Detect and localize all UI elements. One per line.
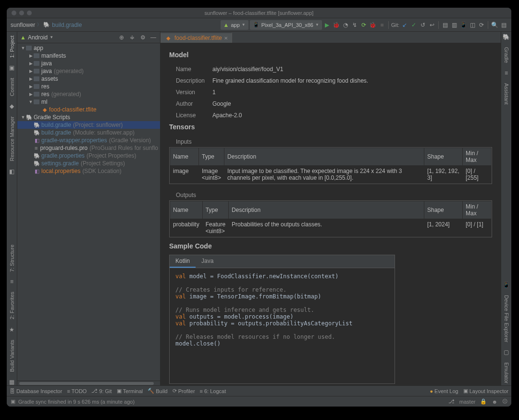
git-branch[interactable]: master (459, 399, 476, 405)
sdk-manager-button[interactable]: ▥ (450, 21, 458, 29)
bottom-tab-git[interactable]: ⎇9: Git (91, 388, 111, 394)
face-neutral-icon[interactable]: ☻ (492, 399, 497, 405)
assistant-icon[interactable]: ≡ (505, 70, 508, 76)
rail-tab-assistant[interactable]: Assistant (503, 81, 510, 107)
run-config-selector[interactable]: ▲ app ▼ (221, 20, 248, 30)
local-icon: ◧ (34, 137, 40, 144)
structure-icon[interactable]: ≡ (10, 278, 13, 285)
tree-node[interactable]: ◧local.properties(SDK Location) (17, 167, 160, 175)
bottom-tab-build[interactable]: 🔨Build (148, 388, 167, 394)
tree-node[interactable]: ◧gradle-wrapper.properties(Gradle Versio… (17, 136, 160, 144)
editor-tab-food-classifier[interactable]: ◆ food-classifier.tflite ✕ (161, 32, 232, 43)
bottom-tab-database-inspector[interactable]: 🗄Database Inspector (10, 388, 62, 394)
panel-settings-icon[interactable]: ⚙ (139, 34, 147, 41)
tree-node[interactable]: 🐘build.gradle(Module: sunflower.app) (17, 129, 160, 136)
emulator-icon[interactable]: ▢ (504, 349, 509, 356)
commit-icon[interactable]: ◆ (10, 103, 14, 110)
close-tab-icon[interactable]: ✕ (224, 36, 228, 41)
twistie-icon[interactable]: ▶ (28, 53, 34, 58)
resource-icon[interactable]: ◧ (9, 168, 14, 175)
device-explorer-icon[interactable]: 📱 (503, 282, 510, 288)
stop-button[interactable]: ■ (378, 21, 386, 29)
avd-manager-button[interactable]: ▤ (441, 21, 449, 29)
twistie-icon[interactable]: ▶ (28, 76, 34, 81)
git-history-button[interactable]: ↺ (419, 21, 427, 29)
twistie-icon[interactable]: ▶ (28, 84, 34, 89)
rail-tab-gradle[interactable]: Gradle (503, 45, 510, 65)
coverage-button[interactable]: ◔ (342, 21, 349, 29)
tree-node[interactable]: ▼ml (17, 98, 160, 106)
twistie-icon[interactable]: ▶ (28, 69, 34, 74)
minimize-icon[interactable] (19, 11, 24, 15)
twistie-icon[interactable]: ▶ (28, 61, 34, 66)
bottom-tab-profiler[interactable]: ⟳Profiler (173, 388, 195, 394)
face-sad-icon[interactable]: ☹ (502, 398, 507, 405)
search-button[interactable]: 🔍 (491, 21, 498, 29)
sync-button[interactable]: ⟳ (478, 21, 485, 29)
tree-node[interactable]: ▶manifests (17, 52, 160, 60)
rail-tab-resource[interactable]: Resource Manager (8, 114, 16, 163)
breadcrumb-file[interactable]: build.gradle (52, 22, 82, 28)
rail-tab-emulator[interactable]: Emulator (503, 360, 510, 385)
device-selector[interactable]: 📱 Pixel_3a_API_30_x86 ▼ (250, 20, 322, 30)
scrollbar-thumb[interactable] (19, 382, 154, 385)
twistie-icon[interactable]: ▼ (28, 99, 34, 104)
panel-hide-icon[interactable]: — (149, 34, 157, 41)
bottom-tab-layout-inspector[interactable]: ▣Layout Inspector (463, 388, 508, 394)
status-icon[interactable]: ▣ (11, 398, 15, 405)
twistie-icon[interactable]: ▼ (20, 46, 26, 50)
collapse-all-icon[interactable]: ≑ (128, 34, 136, 41)
git-rollback-button[interactable]: ↩ (428, 21, 436, 29)
tree-node[interactable]: ▶java(generated) (17, 67, 160, 75)
project-tree[interactable]: ▼app▶manifests▶java▶java(generated)▶asse… (17, 43, 160, 381)
tree-node[interactable]: ▼app (17, 44, 160, 52)
tab-kotlin[interactable]: Kotlin (170, 255, 196, 268)
select-opened-file-icon[interactable]: ⊕ (118, 34, 125, 41)
bottom-tab-terminal[interactable]: ▣Terminal (117, 388, 143, 394)
build-variants-icon[interactable]: ▦ (9, 379, 14, 385)
twistie-icon[interactable]: ▼ (20, 115, 26, 120)
tree-scrollbar[interactable] (17, 381, 160, 385)
chevron-down-icon[interactable]: ▼ (49, 35, 53, 39)
rail-tab-favorites[interactable]: 2: Favorites (8, 290, 16, 321)
rail-tab-project[interactable]: 1: Project (8, 34, 16, 60)
settings-button[interactable]: ▤ (500, 21, 507, 29)
lock-icon[interactable]: 🔒 (480, 398, 487, 405)
tree-node[interactable]: ▶java (17, 60, 160, 67)
device-manager-button[interactable]: 📱 (459, 21, 467, 29)
attach-debugger-button[interactable]: 🐞 (369, 21, 377, 29)
tree-node[interactable]: 🐘gradle.properties(Project Properties) (17, 152, 160, 160)
tree-node[interactable]: ≡proguard-rules.pro(ProGuard Rules for s… (17, 144, 160, 152)
android-profiler-button[interactable]: ⟳ (360, 21, 368, 29)
project-icon[interactable]: ▣ (9, 64, 14, 71)
tree-node[interactable]: ▼🐘Gradle Scripts (17, 113, 160, 121)
tree-node[interactable]: ◆food-classifier.tflite (17, 106, 160, 113)
run-button[interactable]: ▶ (323, 21, 331, 29)
tree-node[interactable]: 🐘build.gradle(Project: sunflower) (17, 121, 160, 129)
app-inspection-button[interactable]: ◫ (469, 21, 476, 29)
rail-tab-structure[interactable]: 7: Structure (8, 243, 16, 274)
tree-node[interactable]: ▶assets (17, 75, 160, 83)
bottom-tab-event-log[interactable]: ●Event Log (430, 388, 458, 394)
tree-node[interactable]: ▶res (17, 83, 160, 90)
rail-tab-build-variants[interactable]: Build Variants (8, 338, 16, 374)
tree-node[interactable]: 🐘settings.gradle(Project Settings) (17, 160, 160, 167)
view-mode[interactable]: Android (28, 34, 48, 41)
gradle-icon[interactable]: 🐘 (503, 34, 510, 40)
bottom-tab-todo[interactable]: ≡TODO (67, 388, 86, 394)
git-commit-button[interactable]: ✓ (410, 21, 418, 29)
debug-button[interactable]: 🐞 (333, 21, 340, 29)
tab-java[interactable]: Java (196, 255, 219, 268)
profile-button[interactable]: ↯ (351, 21, 358, 29)
rail-tab-device-explorer[interactable]: Device File Explorer (503, 293, 510, 344)
rail-tab-commit[interactable]: Commit (8, 76, 16, 98)
close-icon[interactable] (12, 11, 16, 15)
breadcrumb-root[interactable]: sunflower (11, 22, 35, 28)
twistie-icon[interactable]: ▶ (28, 92, 34, 97)
favorites-icon[interactable]: ★ (9, 326, 14, 333)
bottom-tab-logcat[interactable]: ≡6: Logcat (200, 388, 226, 394)
tree-node[interactable]: ▶res(generated) (17, 90, 160, 98)
git-update-button[interactable]: ↙ (401, 21, 408, 29)
code-body[interactable]: val model = FoodClassifier.newInstance(c… (170, 268, 395, 383)
maximize-icon[interactable] (27, 11, 32, 15)
